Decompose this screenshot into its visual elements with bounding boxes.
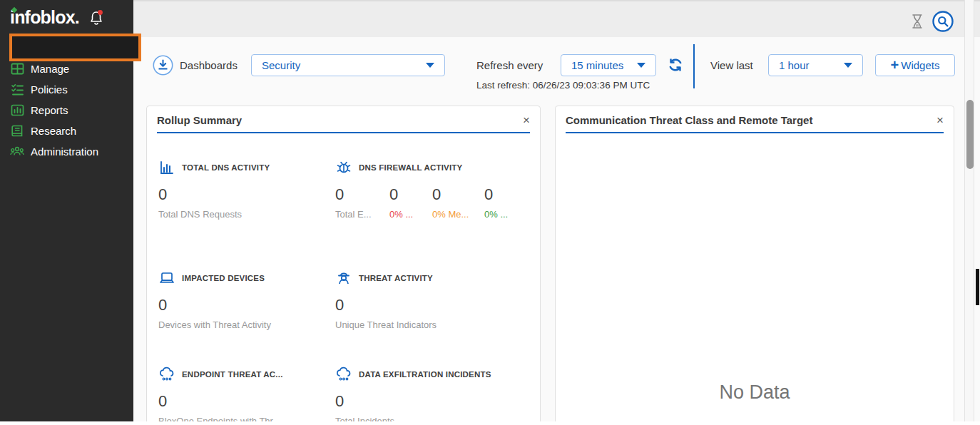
rollup-summary-panel: Rollup Summary × TOTAL DNS ACTIVITY 0 To…: [146, 106, 541, 425]
manage-grid-icon: [10, 62, 24, 76]
metric-value: 0: [432, 185, 484, 204]
metric-dns-firewall-activity: DNS FIREWALL ACTIVITY 0 Total E... 0 0% …: [335, 159, 540, 270]
dashboard-select[interactable]: Security: [251, 54, 445, 76]
add-widgets-button[interactable]: + Widgets: [875, 54, 955, 76]
add-widgets-label: Widgets: [901, 59, 939, 71]
chevron-down-icon: [637, 63, 645, 68]
administration-people-icon: [10, 145, 24, 159]
laptop-icon: [158, 270, 175, 287]
close-icon[interactable]: ×: [523, 114, 530, 126]
refresh-every-label: Refresh every: [476, 59, 543, 71]
metric-sublabel: Unique Threat Indicators: [335, 319, 540, 330]
sidebar-item-research[interactable]: Research: [0, 121, 133, 141]
infoblox-logo: infoblox.: [10, 7, 79, 28]
cloud-rain-icon: [335, 366, 352, 383]
export-dashboard-button[interactable]: [153, 55, 173, 76]
bug-icon: [335, 159, 352, 176]
reports-chart-icon: [10, 103, 24, 118]
stat-total-events: 0 Total E...: [335, 176, 389, 220]
toolbar-divider: [693, 44, 695, 88]
metric-endpoint-threat-activity: ENDPOINT THREAT AC... 0 BloxOne Endpoint…: [158, 366, 335, 425]
search-icon[interactable]: [931, 10, 954, 33]
metric-title: DATA EXFILTRATION INCIDENTS: [359, 370, 491, 379]
bar-chart-icon: [158, 159, 175, 176]
metric-title: ENDPOINT THREAT AC...: [182, 370, 283, 379]
bottom-edge-strip: [0, 421, 980, 425]
plus-icon: +: [891, 58, 899, 72]
chevron-down-icon: [844, 63, 852, 68]
logo-row: infoblox.: [0, 0, 133, 32]
metric-sublabel: Total E...: [335, 209, 389, 220]
metric-value: 0: [389, 185, 432, 204]
logo-wordmark: infoblox.: [10, 7, 79, 27]
outer-scrollbar-thumb[interactable]: [976, 269, 979, 305]
cloud-rain-icon: [158, 366, 175, 383]
sidebar-item-manage[interactable]: Manage: [0, 58, 133, 79]
view-last-label: View last: [710, 59, 753, 71]
vertical-scrollbar-track[interactable]: [964, 0, 974, 421]
metric-title: IMPACTED DEVICES: [182, 274, 265, 282]
refresh-icon: [668, 57, 683, 73]
top-header-bar: [133, 0, 980, 37]
metric-value: 0: [158, 296, 335, 314]
metric-sublabel: Total DNS Requests: [158, 209, 335, 220]
stat-medium: 0 0% Me...: [432, 176, 484, 220]
refresh-interval-select[interactable]: 15 minutes: [561, 54, 656, 76]
refresh-now-button[interactable]: [668, 57, 683, 73]
sidebar-item-policies[interactable]: Policies: [0, 79, 133, 100]
panel-title: Communication Threat Class and Remote Ta…: [566, 114, 812, 126]
last-refresh-text: Last refresh: 06/26/23 09:03:36 PM UTC: [476, 80, 650, 91]
metric-title: DNS FIREWALL ACTIVITY: [359, 163, 462, 172]
sidebar-item-reports[interactable]: Reports: [0, 100, 133, 121]
metric-sublabel: Devices with Threat Activity: [158, 319, 335, 330]
metric-sublabel: 0% Me...: [432, 209, 484, 220]
metric-title: THREAT ACTIVITY: [359, 274, 433, 282]
view-last-select[interactable]: 1 hour: [768, 54, 863, 76]
sidebar-item-label: Administration: [31, 145, 98, 158]
close-icon[interactable]: ×: [936, 114, 944, 126]
metric-threat-activity: THREAT ACTIVITY 0 Unique Threat Indicato…: [335, 270, 540, 366]
hourglass-icon[interactable]: [910, 13, 924, 30]
download-icon: [153, 55, 173, 76]
metric-value: 0: [335, 185, 389, 204]
sidebar: infoblox.: [0, 0, 133, 421]
metric-data-exfiltration-incidents: DATA EXFILTRATION INCIDENTS 0 Total Inci…: [335, 366, 540, 425]
rollup-metrics-grid: TOTAL DNS ACTIVITY 0 Total DNS Requests …: [147, 133, 540, 425]
sidebar-item-label: Manage: [31, 63, 69, 75]
dashboards-label: Dashboards: [180, 59, 238, 71]
dashboard-select-value: Security: [262, 59, 300, 71]
sidebar-item-label: Reports: [31, 104, 68, 116]
stat-low: 0 0% ...: [484, 176, 508, 220]
metric-title: TOTAL DNS ACTIVITY: [182, 163, 270, 172]
chevron-down-icon: [426, 63, 434, 68]
app-root: infoblox.: [0, 0, 980, 425]
no-data-placeholder: No Data: [556, 382, 954, 404]
stat-high: 0 0% ...: [389, 176, 432, 220]
metric-value: 0: [158, 392, 335, 411]
panel-title: Rollup Summary: [157, 114, 242, 126]
metric-sublabel: 0% ...: [484, 209, 508, 220]
research-book-icon: [10, 124, 24, 138]
metric-value: 0: [158, 185, 335, 204]
metric-total-dns-activity: TOTAL DNS ACTIVITY 0 Total DNS Requests: [158, 159, 335, 270]
refresh-interval-value: 15 minutes: [571, 59, 623, 71]
dashboard-annotation-highlight: [9, 34, 141, 61]
metric-value: 0: [484, 185, 508, 204]
bell-icon: [89, 10, 103, 26]
metric-value: 0: [335, 296, 540, 314]
metric-value: 0: [335, 392, 540, 411]
metric-sublabel: 0% ...: [389, 209, 432, 220]
sidebar-item-label: Research: [31, 125, 76, 137]
metric-impacted-devices: IMPACTED DEVICES 0 Devices with Threat A…: [158, 270, 335, 366]
panel-title-underline: [566, 132, 944, 133]
view-last-value: 1 hour: [779, 59, 810, 71]
spy-icon: [335, 270, 352, 287]
policies-checklist-icon: [10, 83, 24, 97]
communication-threat-panel: Communication Threat Class and Remote Ta…: [555, 106, 954, 425]
sidebar-item-label: Policies: [31, 83, 68, 96]
sidebar-item-administration[interactable]: Administration: [0, 141, 133, 162]
notifications-button[interactable]: [89, 10, 103, 26]
vertical-scrollbar-thumb[interactable]: [966, 100, 974, 169]
